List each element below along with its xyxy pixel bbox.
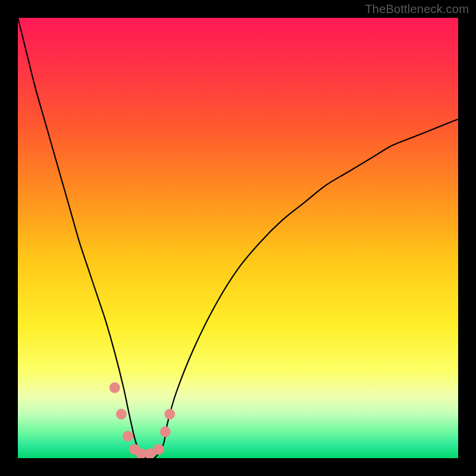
curve-marker	[116, 409, 127, 419]
curve-layer	[18, 18, 458, 458]
curve-marker	[154, 444, 164, 455]
curve-marker	[123, 431, 133, 441]
curve-marker	[164, 409, 175, 419]
plot-area	[18, 18, 458, 458]
chart-frame: TheBottleneck.com	[0, 0, 476, 476]
curve-marker	[109, 383, 120, 393]
bottleneck-curve	[18, 18, 458, 458]
watermark-text: TheBottleneck.com	[365, 2, 469, 16]
curve-markers	[109, 383, 175, 458]
curve-marker	[160, 427, 171, 437]
